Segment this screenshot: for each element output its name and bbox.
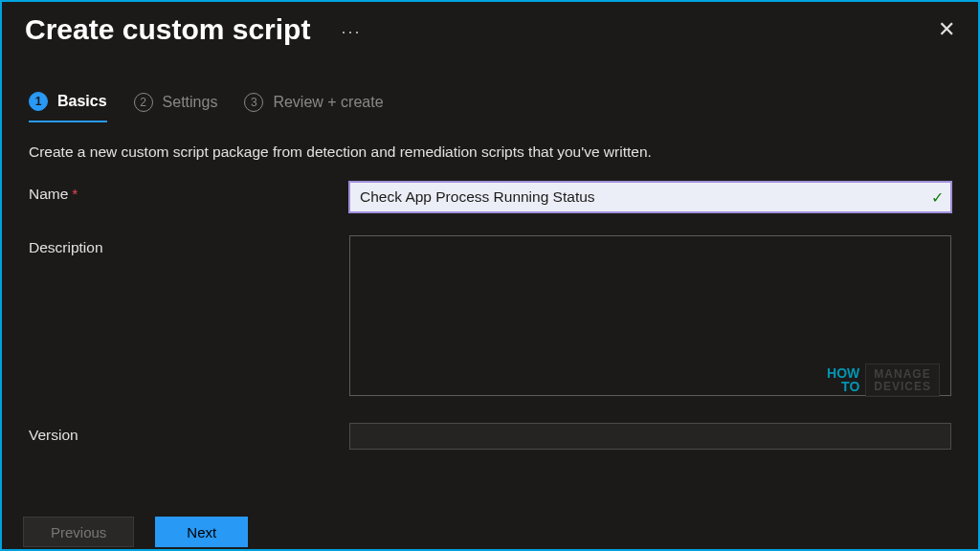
label-text: Name	[29, 186, 68, 202]
required-indicator: *	[72, 186, 78, 202]
tab-label: Basics	[57, 93, 107, 110]
name-input[interactable]	[349, 182, 951, 212]
version-input[interactable]	[349, 423, 951, 450]
wizard-footer: Previous Next	[2, 517, 269, 549]
row-description: Description	[29, 235, 951, 400]
row-name: Name* ✓	[29, 182, 951, 212]
name-field-wrapper: ✓	[349, 182, 951, 212]
wizard-tabs: 1 Basics 2 Settings 3 Review + create	[2, 46, 978, 122]
step-number-icon: 2	[134, 93, 153, 112]
form-basics: Name* ✓ Description Version	[2, 161, 978, 450]
step-number-icon: 1	[29, 92, 48, 111]
name-label: Name*	[29, 182, 349, 203]
page-title: Create custom script	[25, 13, 310, 46]
close-icon[interactable]: ✕	[938, 17, 959, 42]
version-label: Version	[29, 423, 349, 444]
tab-label: Review + create	[273, 94, 383, 111]
description-input[interactable]	[349, 235, 951, 396]
more-actions-icon[interactable]: ···	[341, 22, 361, 42]
version-field-wrapper	[349, 423, 951, 450]
tab-basics[interactable]: 1 Basics	[29, 92, 107, 122]
description-label: Description	[29, 235, 349, 256]
page-subtitle: Create a new custom script package from …	[2, 122, 978, 161]
step-number-icon: 3	[244, 93, 263, 112]
description-field-wrapper	[349, 235, 951, 400]
page-header: Create custom script ··· ✕	[2, 2, 978, 46]
tab-settings[interactable]: 2 Settings	[134, 93, 218, 121]
tab-review-create[interactable]: 3 Review + create	[244, 93, 383, 121]
previous-button: Previous	[23, 517, 134, 547]
tab-label: Settings	[163, 94, 218, 111]
row-version: Version	[29, 423, 951, 450]
next-button[interactable]: Next	[155, 517, 248, 547]
